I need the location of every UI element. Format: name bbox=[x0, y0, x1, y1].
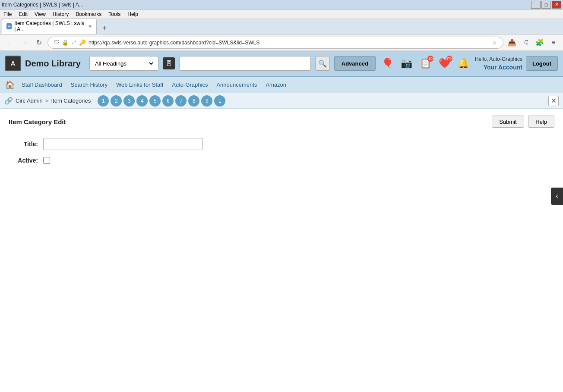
user-account[interactable]: Your Account bbox=[475, 63, 522, 72]
page-btn-6[interactable]: 6 bbox=[162, 95, 174, 107]
breadcrumb-close-button[interactable]: ✕ bbox=[548, 96, 559, 106]
help-button[interactable]: Help bbox=[528, 116, 554, 128]
camera-icon[interactable]: 📷 bbox=[399, 56, 414, 71]
title-input[interactable] bbox=[43, 138, 203, 150]
active-label: Active: bbox=[9, 157, 43, 164]
heart-icon[interactable]: ❤️ F9 bbox=[437, 56, 452, 71]
shield-icon: 🛡 bbox=[53, 39, 60, 46]
submit-button[interactable]: Submit bbox=[492, 116, 524, 128]
breadcrumb-icon: 🔗 bbox=[4, 97, 13, 105]
menu-history[interactable]: History bbox=[53, 11, 69, 17]
browser-menubar: File Edit View History Bookmarks Tools H… bbox=[0, 9, 563, 19]
list-icon[interactable]: 📋 10 bbox=[418, 56, 433, 71]
breadcrumb-circ-admin[interactable]: Circ Admin bbox=[16, 97, 43, 104]
title-row: Title: bbox=[9, 138, 554, 150]
app-library-name: Demo Library bbox=[25, 59, 81, 69]
window-title: Item Categories | SWLS | swls | A... bbox=[2, 2, 83, 8]
page-btn-3[interactable]: 3 bbox=[123, 95, 135, 107]
action-buttons: Submit Help bbox=[492, 116, 554, 128]
maximize-button[interactable]: □ bbox=[541, 1, 551, 9]
header-right-icons: 🎈 📷 📋 10 ❤️ F9 🔔 Hello, Auto-Graphics Yo… bbox=[380, 55, 558, 72]
refresh-button[interactable]: ↻ bbox=[33, 37, 45, 49]
nav-announcements[interactable]: Announcements bbox=[213, 80, 260, 90]
content-header: Item Category Edit Submit Help bbox=[9, 116, 554, 129]
app-logo-icon: A bbox=[5, 56, 21, 71]
menu-file[interactable]: File bbox=[3, 11, 12, 17]
page-btn-2[interactable]: 2 bbox=[111, 95, 122, 107]
page-title: Item Category Edit bbox=[9, 118, 66, 125]
nav-search-history[interactable]: Search History bbox=[67, 80, 111, 90]
heart-badge: F9 bbox=[446, 56, 452, 62]
page-btn-4[interactable]: 4 bbox=[136, 95, 148, 107]
menu-bookmarks[interactable]: Bookmarks bbox=[76, 11, 101, 17]
active-checkbox[interactable] bbox=[43, 157, 50, 164]
close-button[interactable]: ✕ bbox=[552, 1, 561, 9]
browser-tab-active[interactable]: A Item Categories | SWLS | swls | A... ✕ bbox=[2, 18, 97, 34]
page-btn-7[interactable]: 7 bbox=[175, 95, 187, 107]
star-icon[interactable]: ☆ bbox=[491, 39, 498, 46]
connection-icon: ⇌ bbox=[70, 39, 77, 46]
menu-help[interactable]: Help bbox=[127, 11, 138, 17]
search-input[interactable] bbox=[183, 60, 307, 67]
list-badge: 10 bbox=[427, 56, 433, 62]
home-icon[interactable]: 🏠 bbox=[3, 78, 16, 91]
menu-tools[interactable]: Tools bbox=[108, 11, 120, 17]
minimize-button[interactable]: ─ bbox=[531, 1, 541, 9]
logout-button[interactable]: Logout bbox=[526, 56, 558, 71]
forward-button[interactable]: → bbox=[18, 37, 30, 49]
nav-amazon[interactable]: Amazon bbox=[262, 80, 290, 90]
search-button[interactable]: 🔍 bbox=[315, 56, 330, 71]
new-tab-button[interactable]: + bbox=[98, 22, 111, 34]
browser-tabbar: A Item Categories | SWLS | swls | A... ✕… bbox=[0, 19, 563, 34]
breadcrumb-item-categories[interactable]: Item Categories bbox=[51, 97, 91, 104]
title-label: Title: bbox=[9, 141, 43, 147]
advanced-button[interactable]: Advanced bbox=[334, 56, 376, 71]
tab-label: Item Categories | SWLS | swls | A... bbox=[14, 20, 85, 32]
window-controls: ─ □ ✕ bbox=[531, 1, 561, 9]
back-button[interactable]: ← bbox=[3, 37, 16, 49]
pagination: 1 2 3 4 5 6 7 8 9 L bbox=[98, 95, 225, 107]
breadcrumb-separator: > bbox=[45, 97, 49, 104]
browser-right-icons: 📥 🖨 🧩 ≡ bbox=[506, 37, 560, 49]
app-header: A Demo Library All Headings 🗄 🔍 Advanced… bbox=[0, 51, 563, 77]
nav-web-links[interactable]: Web Links for Staff bbox=[113, 80, 167, 90]
main-content: Item Category Edit Submit Help Title: Ac… bbox=[0, 109, 563, 376]
page-btn-5[interactable]: 5 bbox=[149, 95, 161, 107]
database-icon[interactable]: 🗄 bbox=[163, 57, 175, 69]
user-greeting: Hello, Auto-Graphics bbox=[475, 55, 522, 63]
url-display[interactable]: https://qa-swls-verso.auto-graphics.com/… bbox=[89, 40, 488, 46]
menu-icon[interactable]: ≡ bbox=[547, 37, 560, 49]
nav-auto-graphics[interactable]: Auto-Graphics bbox=[168, 80, 211, 90]
tab-close-button[interactable]: ✕ bbox=[88, 24, 92, 29]
bell-icon[interactable]: 🔔 bbox=[456, 56, 471, 71]
page-btn-8[interactable]: 8 bbox=[188, 95, 199, 107]
key-icon: 🔑 bbox=[79, 39, 86, 46]
print-icon[interactable]: 🖨 bbox=[520, 37, 532, 49]
tab-favicon: A bbox=[6, 23, 12, 29]
page-btn-1[interactable]: 1 bbox=[98, 95, 109, 107]
address-bar[interactable]: 🛡 🔒 ⇌ 🔑 https://qa-swls-verso.auto-graph… bbox=[47, 37, 503, 49]
balloon-icon[interactable]: 🎈 bbox=[380, 56, 395, 71]
browser-addressbar: ← → ↻ 🛡 🔒 ⇌ 🔑 https://qa-swls-verso.auto… bbox=[0, 34, 563, 51]
heading-select[interactable]: All Headings bbox=[93, 60, 155, 67]
form-section: Title: Active: bbox=[9, 138, 554, 164]
lock-icon: 🔒 bbox=[62, 39, 69, 46]
sidebar-toggle-button[interactable]: ‹ bbox=[551, 188, 563, 205]
security-icons: 🛡 🔒 ⇌ 🔑 bbox=[53, 39, 86, 46]
search-heading-dropdown[interactable]: All Headings bbox=[89, 56, 158, 71]
menu-edit[interactable]: Edit bbox=[19, 11, 28, 17]
page-btn-9[interactable]: 9 bbox=[201, 95, 212, 107]
window-titlebar: Item Categories | SWLS | swls | A... ─ □… bbox=[0, 0, 563, 9]
user-info: Hello, Auto-Graphics Your Account bbox=[475, 55, 522, 72]
app-nav: 🏠 Staff Dashboard Search History Web Lin… bbox=[0, 77, 563, 93]
page-btn-L[interactable]: L bbox=[214, 95, 225, 107]
breadcrumb-bar: 🔗 Circ Admin > Item Categories 1 2 3 4 5… bbox=[0, 93, 563, 109]
active-row: Active: bbox=[9, 157, 554, 164]
menu-view[interactable]: View bbox=[35, 11, 46, 17]
pocket-icon[interactable]: 📥 bbox=[506, 37, 518, 49]
nav-staff-dashboard[interactable]: Staff Dashboard bbox=[18, 80, 66, 90]
search-input-wrap[interactable] bbox=[179, 56, 311, 71]
extension-icon[interactable]: 🧩 bbox=[534, 37, 546, 49]
